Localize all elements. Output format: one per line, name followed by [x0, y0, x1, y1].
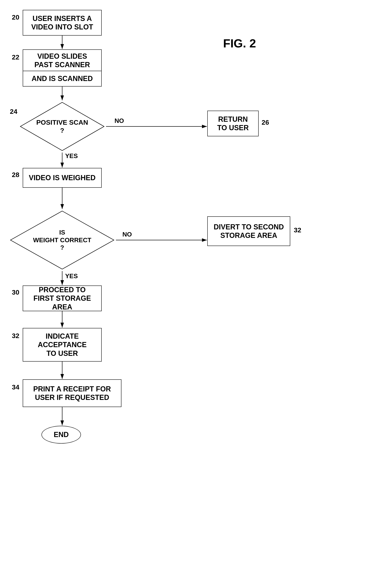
- diamond-weight-correct: ISWEIGHT CORRECT?: [9, 210, 115, 271]
- label-26: 26: [262, 118, 269, 126]
- label-28: 28: [12, 171, 19, 178]
- figure-title: FIG. 2: [223, 37, 256, 50]
- box-return-to-user: RETURN TO USER: [207, 111, 259, 136]
- box-indicate-acceptance: INDICATE ACCEPTANCE TO USER: [23, 328, 102, 362]
- diamond-positive-scan: POSITIVE SCAN ?: [19, 101, 106, 152]
- box-user-inserts: USER INSERTS A VIDEO INTO SLOT: [23, 10, 102, 36]
- label-34: 34: [12, 383, 19, 391]
- label-22: 22: [12, 53, 19, 61]
- box-divert-second-storage: DIVERT TO SECOND STORAGE AREA: [207, 216, 290, 246]
- box-video-slides: VIDEO SLIDES PAST SCANNER: [23, 49, 102, 71]
- svg-text:YES: YES: [65, 152, 78, 159]
- svg-text:NO: NO: [123, 231, 132, 238]
- label-30: 30: [12, 288, 19, 296]
- svg-text:YES: YES: [65, 273, 78, 280]
- svg-text:NO: NO: [114, 117, 124, 124]
- label-33: 32: [12, 332, 19, 340]
- label-20: 20: [12, 13, 19, 21]
- oval-end: END: [41, 426, 81, 444]
- box-and-is-scanned: AND IS SCANNED: [23, 71, 102, 86]
- box-video-weighed: VIDEO IS WEIGHED: [23, 168, 102, 188]
- box-first-storage: PROCEED TO FIRST STORAGE AREA: [23, 285, 102, 311]
- box-print-receipt: PRINT A RECEIPT FOR USER IF REQUESTED: [23, 379, 122, 407]
- label-24: 24: [10, 108, 17, 116]
- label-32a: 32: [294, 226, 301, 234]
- flowchart-diagram: FIG. 2 20 USER INSERTS A VIDEO INTO SLOT…: [0, 0, 369, 588]
